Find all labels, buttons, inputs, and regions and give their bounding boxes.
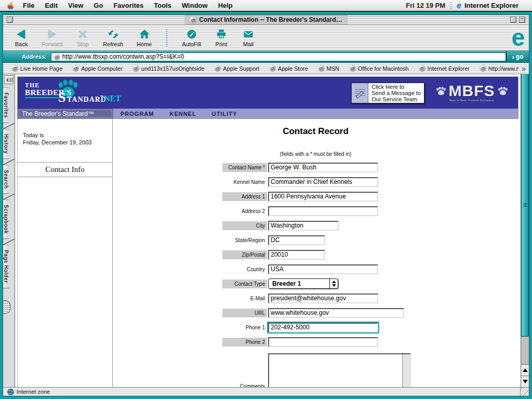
- sidebar-tab-history[interactable]: History: [3, 129, 9, 159]
- nav-brand[interactable]: The Breeder's Standard™: [18, 109, 113, 118]
- address-input[interactable]: [62, 53, 503, 61]
- sidebar-tab-scrapbook[interactable]: Scrapbook: [3, 200, 9, 239]
- form-row: Kennel Name: [113, 175, 518, 189]
- go-button[interactable]: › go: [506, 51, 529, 62]
- apple-menu-icon[interactable]: [6, 2, 15, 10]
- popup-arrows-icon: [329, 279, 338, 288]
- expand-tabs-button[interactable]: [4, 75, 14, 84]
- desktop: FileEditViewGoFavoritesToolsWindowHelp F…: [0, 0, 532, 399]
- state-region-input[interactable]: [268, 235, 325, 245]
- sidebar-tab-page-holder[interactable]: Page Holder: [3, 245, 9, 288]
- back-button[interactable]: Back: [15, 28, 28, 47]
- favorite-page-icon: @: [72, 65, 79, 72]
- internet-explorer-icon[interactable]: e: [457, 1, 461, 10]
- zip-postal-input[interactable]: [268, 250, 325, 260]
- site-menu-program[interactable]: PROGRAM: [121, 111, 154, 117]
- favorite-internet-explorer[interactable]: @Internet Explorer: [419, 65, 470, 72]
- favorite-page-icon: @: [269, 65, 276, 72]
- form-row: URL: [113, 305, 518, 320]
- favorite-apple-store[interactable]: @Apple Store: [269, 65, 308, 72]
- address-1-input[interactable]: [268, 192, 378, 202]
- service-team-button[interactable]: Click Here toSend a Message toOur Servic…: [351, 83, 424, 103]
- sidebar-tab-search[interactable]: Search: [3, 165, 9, 194]
- print-button[interactable]: Print: [215, 28, 228, 47]
- kennel-name-label: Kennel Name: [222, 178, 267, 187]
- application-menu[interactable]: Internet Explorer: [464, 2, 518, 9]
- sidebar-tab-favorites[interactable]: Favorites: [3, 87, 9, 123]
- vertical-scrollbar[interactable]: [521, 74, 529, 387]
- favorite-apple-support[interactable]: @Apple Support: [214, 65, 259, 72]
- contact-info-link[interactable]: Contact Info: [18, 163, 112, 177]
- phone-1-input[interactable]: [268, 323, 378, 332]
- stop-button: Stop: [76, 28, 89, 47]
- refresh-button[interactable]: Refresh: [103, 28, 123, 47]
- favorite-http-www-mbfs-com[interactable]: @http://www.mbfs.com/: [480, 65, 518, 72]
- favorite-msn[interactable]: @MSN: [318, 65, 339, 72]
- favorite-page-icon: @: [349, 65, 356, 72]
- mbfs-logo[interactable]: MBFS Man's Best Fr: [433, 84, 511, 102]
- contact-name-input[interactable]: [268, 163, 378, 172]
- address-2-label: Address 2: [222, 207, 267, 216]
- url-input[interactable]: [268, 308, 404, 318]
- page-sidebar: Today is Friday, December 19, 2003 Conta…: [17, 119, 113, 387]
- toolbar-button-label: AutoFill: [182, 41, 201, 47]
- menu-clock[interactable]: Fri 12 19 PM: [406, 2, 445, 9]
- menu-view[interactable]: View: [68, 2, 83, 9]
- tab-divider: [3, 194, 15, 200]
- form-row: Phone 1: [113, 320, 518, 335]
- comments-textarea[interactable]: [268, 353, 411, 387]
- mail-button[interactable]: Mail: [242, 28, 255, 47]
- more-favorites-icon[interactable]: »: [522, 64, 526, 73]
- resize-grip[interactable]: [520, 388, 529, 396]
- address-2-input[interactable]: [268, 206, 378, 216]
- mbfs-tagline: Man's Best Friend Software: [449, 99, 495, 102]
- window-title-bar[interactable]: @ Contact Information -- The Breeder's S…: [3, 15, 529, 25]
- windowshade-box[interactable]: [519, 17, 525, 23]
- site-menu-utility[interactable]: UTILITY: [212, 111, 237, 117]
- scroll-up-button[interactable]: [521, 364, 529, 376]
- breeders-standard-logo[interactable]: THE BREEDER'S S TANDARD ™ NET: [21, 78, 125, 108]
- mac-menu-bar: FileEditViewGoFavoritesToolsWindowHelp F…: [0, 0, 532, 11]
- form-row: Phone 2: [113, 335, 518, 349]
- menu-edit[interactable]: Edit: [45, 2, 58, 9]
- scrollbar-thumb[interactable]: [521, 74, 529, 337]
- favorites-bar: @Live Home Page@Apple Computer@und113x15…: [3, 63, 529, 74]
- drawer-grabber[interactable]: [3, 300, 10, 314]
- textarea-scrollbar[interactable]: [402, 354, 410, 387]
- phone-1-label: Phone 1: [222, 323, 267, 332]
- close-box[interactable]: [7, 17, 13, 23]
- menu-help[interactable]: Help: [218, 2, 233, 9]
- address-field[interactable]: @: [51, 52, 506, 61]
- contact-type-label: Contact Type: [222, 280, 267, 288]
- favorite-live-home-page[interactable]: @Live Home Page: [11, 65, 62, 72]
- contact-type-select[interactable]: Breeder 1: [268, 278, 338, 289]
- menu-favorites[interactable]: Favorites: [113, 2, 143, 9]
- go-arrow-icon: ›: [512, 53, 514, 61]
- menu-go[interactable]: Go: [94, 2, 103, 9]
- favorite-apple-computer[interactable]: @Apple Computer: [72, 65, 123, 72]
- tab-divider: [3, 123, 15, 129]
- favorite-page-icon: @: [11, 65, 18, 72]
- menu-file[interactable]: File: [23, 2, 34, 9]
- status-bar: Internet zone: [3, 387, 529, 396]
- e-mail-input[interactable]: [268, 294, 378, 303]
- favorite-und113x157usorightside[interactable]: @und113x157usOrightside: [132, 65, 205, 72]
- site-nav-bar: The Breeder's Standard™ PROGRAMKENNELUTI…: [17, 109, 518, 119]
- phone-2-input[interactable]: [268, 337, 378, 347]
- home-icon: [138, 28, 151, 41]
- favorite-office-for-macintosh[interactable]: @Office for Macintosh: [349, 65, 409, 72]
- menu-window[interactable]: Window: [182, 2, 208, 9]
- autofill-button[interactable]: AutoFill: [182, 28, 201, 47]
- toolbar-button-label: Back: [15, 41, 28, 47]
- forward-button: Forward: [42, 28, 62, 47]
- home-button[interactable]: Home: [137, 28, 152, 47]
- country-input[interactable]: [268, 264, 378, 274]
- collapse-box[interactable]: [510, 17, 516, 23]
- kennel-name-input[interactable]: [268, 177, 378, 187]
- contact-name-label: Contact Name *: [222, 163, 267, 172]
- site-menu-kennel[interactable]: KENNEL: [169, 111, 196, 117]
- menu-tools[interactable]: Tools: [154, 2, 171, 9]
- forward-arrow-icon: [45, 28, 59, 41]
- city-input[interactable]: [268, 221, 339, 231]
- scroll-down-button[interactable]: [521, 376, 529, 387]
